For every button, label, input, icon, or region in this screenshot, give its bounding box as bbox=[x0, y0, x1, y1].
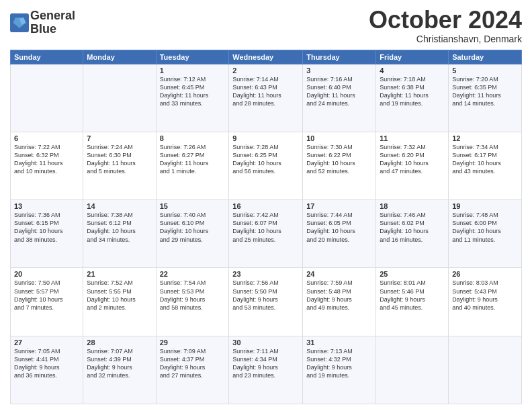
day-info: Sunrise: 7:16 AM Sunset: 6:40 PM Dayligh… bbox=[306, 75, 372, 108]
day-number: 1 bbox=[160, 66, 226, 75]
calendar-cell: 5Sunrise: 7:20 AM Sunset: 6:35 PM Daylig… bbox=[449, 64, 522, 132]
day-info: Sunrise: 7:18 AM Sunset: 6:38 PM Dayligh… bbox=[380, 75, 445, 108]
calendar-cell: 10Sunrise: 7:30 AM Sunset: 6:22 PM Dayli… bbox=[303, 132, 376, 199]
day-info: Sunrise: 7:42 AM Sunset: 6:07 PM Dayligh… bbox=[232, 211, 299, 244]
day-number: 17 bbox=[306, 202, 372, 210]
calendar-cell: 15Sunrise: 7:40 AM Sunset: 6:10 PM Dayli… bbox=[156, 200, 229, 268]
calendar-cell: 22Sunrise: 7:54 AM Sunset: 5:53 PM Dayli… bbox=[156, 268, 229, 336]
day-info: Sunrise: 7:11 AM Sunset: 4:34 PM Dayligh… bbox=[232, 347, 299, 380]
calendar-cell: 13Sunrise: 7:36 AM Sunset: 6:15 PM Dayli… bbox=[11, 200, 83, 268]
calendar-cell: 17Sunrise: 7:44 AM Sunset: 6:05 PM Dayli… bbox=[303, 200, 376, 268]
calendar-cell: 3Sunrise: 7:16 AM Sunset: 6:40 PM Daylig… bbox=[303, 64, 376, 132]
day-info: Sunrise: 7:46 AM Sunset: 6:02 PM Dayligh… bbox=[380, 211, 445, 244]
header-cell-saturday: Saturday bbox=[449, 50, 522, 64]
day-number: 18 bbox=[380, 202, 445, 210]
calendar-cell bbox=[11, 64, 83, 132]
day-info: Sunrise: 7:40 AM Sunset: 6:10 PM Dayligh… bbox=[160, 211, 226, 244]
calendar-cell: 11Sunrise: 7:32 AM Sunset: 6:20 PM Dayli… bbox=[376, 132, 449, 199]
day-number: 8 bbox=[160, 134, 226, 142]
calendar-cell: 31Sunrise: 7:13 AM Sunset: 4:32 PM Dayli… bbox=[303, 336, 376, 404]
logo-text-line2: Blue bbox=[30, 23, 75, 36]
day-info: Sunrise: 7:09 AM Sunset: 4:37 PM Dayligh… bbox=[160, 347, 226, 380]
day-number: 23 bbox=[232, 270, 299, 278]
day-number: 14 bbox=[87, 202, 152, 210]
calendar-cell: 20Sunrise: 7:50 AM Sunset: 5:57 PM Dayli… bbox=[11, 268, 83, 336]
header-cell-wednesday: Wednesday bbox=[229, 50, 303, 64]
title-block: October 2024 Christianshavn, Denmark bbox=[369, 7, 522, 44]
day-number: 19 bbox=[452, 202, 518, 210]
day-info: Sunrise: 7:36 AM Sunset: 6:15 PM Dayligh… bbox=[14, 211, 79, 244]
day-number: 13 bbox=[14, 202, 79, 210]
logo: General Blue bbox=[10, 9, 75, 36]
calendar-cell: 8Sunrise: 7:26 AM Sunset: 6:27 PM Daylig… bbox=[156, 132, 229, 199]
calendar-cell: 21Sunrise: 7:52 AM Sunset: 5:55 PM Dayli… bbox=[83, 268, 156, 336]
day-info: Sunrise: 7:34 AM Sunset: 6:17 PM Dayligh… bbox=[452, 143, 518, 176]
calendar-cell: 19Sunrise: 7:48 AM Sunset: 6:00 PM Dayli… bbox=[449, 200, 522, 268]
calendar-cell: 26Sunrise: 8:03 AM Sunset: 5:43 PM Dayli… bbox=[449, 268, 522, 336]
calendar-table: SundayMondayTuesdayWednesdayThursdayFrid… bbox=[10, 50, 522, 404]
day-info: Sunrise: 7:44 AM Sunset: 6:05 PM Dayligh… bbox=[306, 211, 372, 244]
week-row-1: 6Sunrise: 7:22 AM Sunset: 6:32 PM Daylig… bbox=[11, 132, 522, 199]
week-row-0: 1Sunrise: 7:12 AM Sunset: 6:45 PM Daylig… bbox=[11, 64, 522, 132]
day-info: Sunrise: 7:32 AM Sunset: 6:20 PM Dayligh… bbox=[380, 143, 445, 176]
week-row-2: 13Sunrise: 7:36 AM Sunset: 6:15 PM Dayli… bbox=[11, 200, 522, 268]
day-info: Sunrise: 7:05 AM Sunset: 4:41 PM Dayligh… bbox=[14, 347, 79, 380]
day-number: 26 bbox=[452, 270, 518, 278]
day-number: 20 bbox=[14, 270, 79, 278]
day-number: 30 bbox=[232, 338, 299, 347]
day-number: 6 bbox=[14, 134, 79, 142]
calendar-cell: 28Sunrise: 7:07 AM Sunset: 4:39 PM Dayli… bbox=[83, 336, 156, 404]
calendar-cell: 4Sunrise: 7:18 AM Sunset: 6:38 PM Daylig… bbox=[376, 64, 449, 132]
calendar-cell: 27Sunrise: 7:05 AM Sunset: 4:41 PM Dayli… bbox=[11, 336, 83, 404]
day-info: Sunrise: 7:20 AM Sunset: 6:35 PM Dayligh… bbox=[452, 75, 518, 108]
day-number: 29 bbox=[160, 338, 226, 347]
logo-icon bbox=[10, 13, 29, 32]
calendar-cell: 16Sunrise: 7:42 AM Sunset: 6:07 PM Dayli… bbox=[229, 200, 303, 268]
calendar-cell: 23Sunrise: 7:56 AM Sunset: 5:50 PM Dayli… bbox=[229, 268, 303, 336]
day-number: 4 bbox=[380, 66, 445, 75]
day-info: Sunrise: 7:26 AM Sunset: 6:27 PM Dayligh… bbox=[160, 143, 226, 176]
day-number: 10 bbox=[306, 134, 372, 142]
calendar-cell: 18Sunrise: 7:46 AM Sunset: 6:02 PM Dayli… bbox=[376, 200, 449, 268]
day-info: Sunrise: 7:12 AM Sunset: 6:45 PM Dayligh… bbox=[160, 75, 226, 108]
day-number: 27 bbox=[14, 338, 79, 347]
header-cell-tuesday: Tuesday bbox=[156, 50, 229, 64]
day-number: 3 bbox=[306, 66, 372, 75]
day-info: Sunrise: 7:22 AM Sunset: 6:32 PM Dayligh… bbox=[14, 143, 79, 176]
header-cell-friday: Friday bbox=[376, 50, 449, 64]
calendar-cell: 12Sunrise: 7:34 AM Sunset: 6:17 PM Dayli… bbox=[449, 132, 522, 199]
day-number: 16 bbox=[232, 202, 299, 210]
calendar-cell: 14Sunrise: 7:38 AM Sunset: 6:12 PM Dayli… bbox=[83, 200, 156, 268]
day-info: Sunrise: 7:54 AM Sunset: 5:53 PM Dayligh… bbox=[160, 279, 226, 312]
calendar-cell: 29Sunrise: 7:09 AM Sunset: 4:37 PM Dayli… bbox=[156, 336, 229, 404]
day-number: 31 bbox=[306, 338, 372, 347]
header: General Blue October 2024 Christianshavn… bbox=[10, 7, 522, 44]
calendar-cell bbox=[449, 336, 522, 404]
day-info: Sunrise: 7:24 AM Sunset: 6:30 PM Dayligh… bbox=[87, 143, 152, 176]
day-info: Sunrise: 7:56 AM Sunset: 5:50 PM Dayligh… bbox=[232, 279, 299, 312]
header-cell-sunday: Sunday bbox=[11, 50, 83, 64]
day-info: Sunrise: 8:03 AM Sunset: 5:43 PM Dayligh… bbox=[452, 279, 518, 312]
calendar-cell: 1Sunrise: 7:12 AM Sunset: 6:45 PM Daylig… bbox=[156, 64, 229, 132]
calendar-cell: 7Sunrise: 7:24 AM Sunset: 6:30 PM Daylig… bbox=[83, 132, 156, 199]
calendar-cell: 24Sunrise: 7:59 AM Sunset: 5:48 PM Dayli… bbox=[303, 268, 376, 336]
calendar-cell: 2Sunrise: 7:14 AM Sunset: 6:43 PM Daylig… bbox=[229, 64, 303, 132]
header-row: SundayMondayTuesdayWednesdayThursdayFrid… bbox=[11, 50, 522, 64]
week-row-3: 20Sunrise: 7:50 AM Sunset: 5:57 PM Dayli… bbox=[11, 268, 522, 336]
week-row-4: 27Sunrise: 7:05 AM Sunset: 4:41 PM Dayli… bbox=[11, 336, 522, 404]
day-info: Sunrise: 7:52 AM Sunset: 5:55 PM Dayligh… bbox=[87, 279, 152, 312]
day-number: 25 bbox=[380, 270, 445, 278]
header-cell-thursday: Thursday bbox=[303, 50, 376, 64]
day-info: Sunrise: 7:28 AM Sunset: 6:25 PM Dayligh… bbox=[232, 143, 299, 176]
day-number: 24 bbox=[306, 270, 372, 278]
day-number: 22 bbox=[160, 270, 226, 278]
day-info: Sunrise: 7:07 AM Sunset: 4:39 PM Dayligh… bbox=[87, 347, 152, 380]
calendar-cell: 25Sunrise: 8:01 AM Sunset: 5:46 PM Dayli… bbox=[376, 268, 449, 336]
day-number: 12 bbox=[452, 134, 518, 142]
day-info: Sunrise: 7:50 AM Sunset: 5:57 PM Dayligh… bbox=[14, 279, 79, 312]
day-info: Sunrise: 7:14 AM Sunset: 6:43 PM Dayligh… bbox=[232, 75, 299, 108]
day-info: Sunrise: 7:13 AM Sunset: 4:32 PM Dayligh… bbox=[306, 347, 372, 380]
month-title: October 2024 bbox=[369, 7, 522, 34]
calendar-cell: 6Sunrise: 7:22 AM Sunset: 6:32 PM Daylig… bbox=[11, 132, 83, 199]
calendar-cell: 30Sunrise: 7:11 AM Sunset: 4:34 PM Dayli… bbox=[229, 336, 303, 404]
